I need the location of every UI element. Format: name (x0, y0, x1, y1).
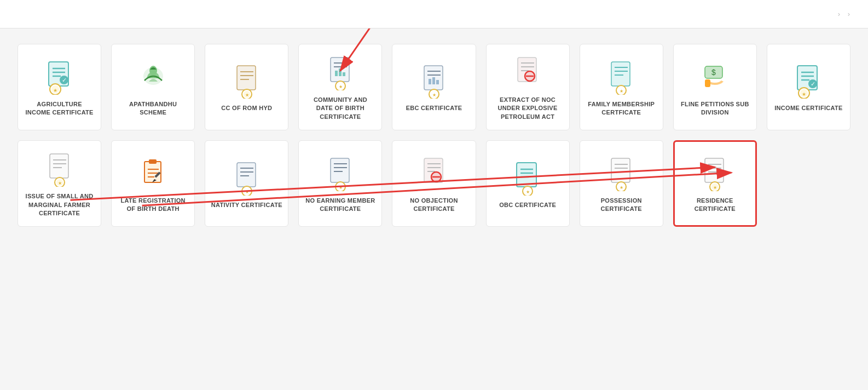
svg-rect-23 (343, 72, 345, 76)
card-residence-certificate[interactable]: ★ RESIDENCE CERTIFICATE (673, 140, 757, 227)
card-no-objection-certificate[interactable]: NO OBJECTION CERTIFICATE (392, 140, 476, 227)
possession-certificate-label: POSSESSION CERTIFICATE (586, 197, 657, 214)
svg-text:✓: ✓ (61, 77, 66, 83)
card-extract-noc[interactable]: EXTRACT OF NOC UNDER EXPLOSIVE PETROLEUM… (486, 44, 570, 130)
svg-rect-98 (611, 158, 630, 182)
no-earning-member-label: NO EARNING MEMBER CERTIFICATE (304, 197, 376, 214)
no-objection-certificate-label: NO OBJECTION CERTIFICATE (398, 197, 470, 214)
community-dob-certificate-icon: ★ (325, 56, 356, 90)
svg-rect-59 (50, 154, 68, 178)
card-family-membership-certificate[interactable]: ★ FAMILY MEMBERSHIP CERTFICATE (580, 44, 663, 130)
possession-certificate-icon: ★ (606, 157, 636, 191)
fline-petitions-label: FLINE PETITIONS SUB DIVISION (679, 100, 751, 117)
svg-text:★: ★ (57, 181, 61, 186)
breadcrumb-sep2: › (848, 10, 850, 18)
svg-rect-73 (237, 163, 256, 187)
svg-point-10 (149, 66, 157, 76)
family-membership-certificate-label: FAMILY MEMBERSHIP CERTFICATE (586, 100, 657, 117)
svg-rect-49 (705, 79, 710, 87)
extract-noc-label: EXTRACT OF NOC UNDER EXPLOSIVE PETROLEUM… (492, 96, 564, 121)
ebc-certificate-icon: ★ (419, 65, 449, 99)
svg-rect-67 (149, 159, 157, 164)
breadcrumb-sep1: › (838, 10, 840, 18)
svg-rect-92 (517, 163, 536, 187)
svg-text:★: ★ (432, 93, 436, 97)
residence-certificate-icon: ★ (699, 157, 730, 191)
svg-text:★: ★ (53, 88, 57, 93)
income-certificate-icon: ★ ✓ (793, 65, 824, 99)
certificate-grid: ★ ✓ AGRICULTURE INCOME CERTIFICATE APATH… (18, 44, 850, 227)
svg-rect-30 (432, 77, 435, 84)
svg-text:✓: ✓ (811, 81, 815, 87)
fline-petitions-icon: $ (699, 61, 730, 95)
svg-rect-66 (144, 162, 161, 182)
community-dob-certificate-label: COMMUNITY AND DATE OF BIRTH CERTIFICATE (304, 96, 376, 121)
ebc-certificate-label: EBC CERTIFICATE (406, 104, 462, 112)
breadcrumb: › › (835, 10, 853, 18)
svg-text:★: ★ (245, 190, 248, 194)
svg-text:★: ★ (802, 91, 806, 97)
card-late-registration[interactable]: LATE REGISTRATION OF BIRTH DEATH (111, 140, 195, 227)
apathbandhu-scheme-label: APATHBANDHU SCHEME (117, 100, 189, 117)
svg-rect-22 (339, 68, 342, 76)
card-ebc-certificate[interactable]: ★ EBC CERTIFICATE (392, 44, 476, 130)
family-membership-certificate-icon: ★ (606, 61, 636, 95)
card-issue-small-farmer[interactable]: ★ ISSUE OF SMALL AND MARGINAL FARMER CER… (18, 140, 101, 227)
svg-text:★: ★ (620, 89, 623, 94)
late-registration-label: LATE REGISTRATION OF BIRTH DEATH (117, 197, 189, 214)
svg-rect-104 (705, 158, 724, 182)
residence-certificate-label: RESIDENCE CERTIFICATE (680, 197, 750, 214)
late-registration-icon (138, 157, 169, 191)
income-certificate-label: INCOME CERTIFICATE (774, 104, 842, 112)
main-content: ★ ✓ AGRICULTURE INCOME CERTIFICATE APATH… (0, 28, 868, 242)
card-cc-of-rom-hyd[interactable]: ★ CC OF ROM HYD (205, 44, 288, 130)
svg-rect-31 (436, 80, 439, 84)
card-apathbandhu-scheme[interactable]: APATHBANDHU SCHEME (111, 44, 195, 130)
svg-text:★: ★ (245, 93, 248, 97)
card-community-dob-certificate[interactable]: ★ COMMUNITY AND DATE OF BIRTH CERTIFICAT… (298, 44, 382, 130)
cc-of-rom-hyd-label: CC OF ROM HYD (221, 104, 272, 112)
svg-rect-79 (331, 158, 349, 182)
card-nativity-certificate[interactable]: ★ NATIVITY CERTIFICATE (205, 140, 288, 227)
card-obc-certificate[interactable]: ★ OBC CERTIFICATE (486, 140, 570, 227)
apathbandhu-scheme-icon (138, 61, 169, 95)
svg-rect-41 (611, 62, 630, 86)
obc-certificate-icon: ★ (512, 162, 543, 196)
card-agriculture-income-certificate[interactable]: ★ ✓ AGRICULTURE INCOME CERTIFICATE (18, 44, 101, 130)
extract-noc-icon (512, 56, 543, 90)
no-earning-member-icon: ★ (325, 157, 356, 191)
agriculture-income-certificate-icon: ★ ✓ (44, 61, 75, 95)
svg-text:★: ★ (338, 185, 342, 190)
nativity-certificate-icon: ★ (232, 162, 262, 196)
svg-text:$: $ (711, 68, 716, 77)
svg-rect-11 (237, 66, 256, 90)
card-possession-certificate[interactable]: ★ POSSESSION CERTIFICATE (580, 140, 663, 227)
card-income-certificate[interactable]: ★ ✓ INCOME CERTIFICATE (767, 44, 850, 130)
svg-text:★: ★ (713, 185, 717, 190)
issue-small-farmer-label: ISSUE OF SMALL AND MARGINAL FARMER CERTI… (24, 192, 95, 217)
svg-rect-21 (335, 71, 338, 76)
issue-small-farmer-icon: ★ (44, 153, 75, 187)
svg-text:★: ★ (620, 185, 623, 190)
card-fline-petitions[interactable]: $ FLINE PETITIONS SUB DIVISION (673, 44, 757, 130)
page-header: › › (0, 0, 868, 28)
svg-text:★: ★ (338, 84, 342, 89)
obc-certificate-label: OBC CERTIFICATE (499, 201, 556, 209)
agriculture-income-certificate-label: AGRICULTURE INCOME CERTIFICATE (24, 100, 95, 117)
svg-rect-29 (429, 79, 431, 84)
cc-of-rom-hyd-icon: ★ (232, 65, 262, 99)
card-no-earning-member[interactable]: ★ NO EARNING MEMBER CERTIFICATE (298, 140, 382, 227)
no-objection-certificate-icon (419, 157, 449, 191)
svg-text:★: ★ (526, 190, 530, 194)
nativity-certificate-label: NATIVITY CERTIFICATE (211, 201, 282, 209)
